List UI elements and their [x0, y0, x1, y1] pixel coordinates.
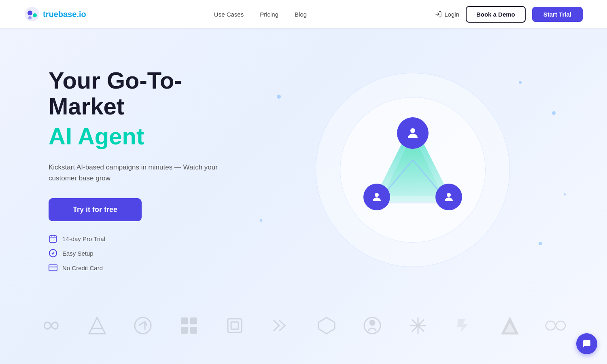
- nav-links: Use Cases Pricing Blog: [214, 11, 307, 18]
- brand-logo-6: [268, 315, 293, 336]
- hero-subtitle: Kickstart AI-based campaigns in minutes …: [49, 162, 219, 184]
- brand-logo-1: [39, 315, 64, 336]
- brand-logo-11: [498, 315, 522, 336]
- brand-logo-9: [406, 315, 430, 336]
- brand-logo-7: [314, 315, 339, 336]
- brand-logo-12: [543, 315, 568, 336]
- navbar: truebase.io Use Cases Pricing Blog Login…: [0, 0, 607, 28]
- svg-point-22: [135, 317, 151, 334]
- start-trial-button[interactable]: Start Trial: [532, 7, 583, 22]
- svg-rect-26: [190, 327, 197, 334]
- person-icon-left: [371, 191, 383, 203]
- person-icon-right: [443, 191, 455, 203]
- feature-card: No Credit Card: [49, 263, 243, 272]
- hero-title-line2: AI Agent: [49, 122, 243, 150]
- svg-point-3: [28, 16, 32, 19]
- nav-pricing[interactable]: Pricing: [260, 11, 278, 18]
- brand-logo-4: [177, 315, 201, 336]
- brand-logo-5: [223, 315, 247, 336]
- login-button[interactable]: Login: [435, 11, 459, 18]
- feature-trial-text: 14-day Pro Trial: [62, 235, 105, 242]
- svg-marker-20: [89, 317, 105, 334]
- hero-section: Your Go-To-Market AI Agent Kickstart AI-…: [0, 28, 607, 303]
- nav-blog[interactable]: Blog: [295, 11, 307, 18]
- svg-marker-29: [318, 317, 335, 334]
- svg-rect-24: [190, 317, 197, 324]
- feature-card-text: No Credit Card: [62, 265, 103, 271]
- chat-icon: [582, 339, 592, 349]
- brand-logo-8: [360, 315, 384, 336]
- avatar-right: [435, 184, 462, 210]
- svg-rect-5: [50, 236, 57, 243]
- svg-point-1: [28, 11, 32, 15]
- svg-point-17: [410, 128, 415, 133]
- hero-features: 14-day Pro Trial Easy Setup No Credit Ca…: [49, 234, 243, 272]
- hero-left: Your Go-To-Market AI Agent Kickstart AI-…: [49, 68, 243, 273]
- brand-logo-10: [452, 315, 476, 336]
- feature-setup-text: Easy Setup: [62, 250, 93, 257]
- hero-title-line1: Your Go-To-Market: [49, 68, 243, 119]
- check-icon: [49, 249, 57, 258]
- avatar-top: [397, 117, 429, 149]
- cta-button[interactable]: Try it for free: [49, 198, 142, 221]
- logo-icon: [24, 6, 40, 22]
- hero-illustration: [243, 53, 583, 287]
- feature-trial: 14-day Pro Trial: [49, 234, 243, 243]
- svg-rect-10: [49, 265, 57, 271]
- nav-actions: Login Book a Demo Start Trial: [435, 6, 583, 23]
- book-demo-button[interactable]: Book a Demo: [466, 6, 526, 23]
- card-icon: [49, 263, 57, 272]
- feature-setup: Easy Setup: [49, 249, 243, 258]
- logo[interactable]: truebase.io: [24, 6, 86, 22]
- brand-logo-2: [85, 315, 109, 336]
- logos-section: [0, 303, 607, 352]
- brand-logo-3: [131, 315, 155, 336]
- svg-point-2: [33, 13, 37, 17]
- inner-circle: [340, 97, 486, 243]
- person-icon-top: [405, 126, 420, 140]
- svg-point-31: [370, 320, 375, 325]
- nav-use-cases[interactable]: Use Cases: [214, 11, 244, 18]
- svg-rect-28: [231, 322, 238, 329]
- svg-rect-27: [228, 319, 242, 332]
- svg-point-19: [447, 193, 451, 197]
- calendar-icon: [49, 234, 57, 243]
- outer-circle: [316, 73, 510, 267]
- svg-point-18: [375, 193, 379, 197]
- logo-text: truebase.io: [43, 10, 86, 19]
- login-icon: [435, 11, 442, 18]
- chat-button[interactable]: [576, 333, 597, 354]
- svg-rect-23: [181, 317, 188, 324]
- svg-rect-25: [181, 327, 188, 334]
